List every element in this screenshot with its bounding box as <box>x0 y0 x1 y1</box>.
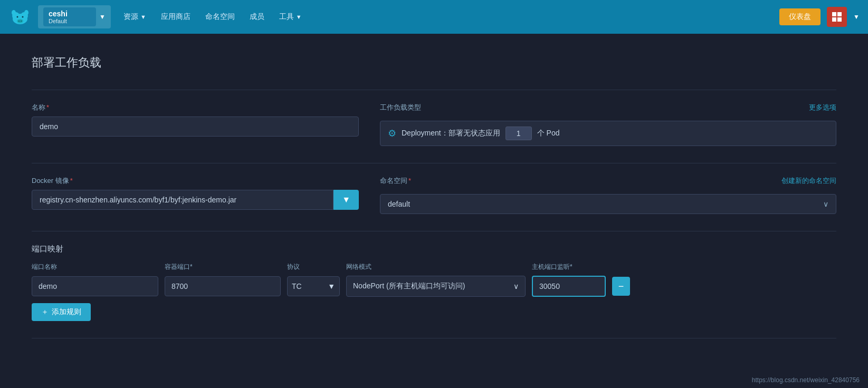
docker-image-input[interactable] <box>32 190 333 210</box>
add-rule-button[interactable]: ＋ 添加规则 <box>32 303 91 321</box>
nav-tools-arrow-icon: ▼ <box>296 14 302 20</box>
name-workload-row: 名称* 工作负载类型 更多选项 ⚙ Deployment：部署无状态应用 个 P… <box>32 103 836 146</box>
divider-2 <box>32 231 836 231</box>
nav-item-members[interactable]: 成员 <box>243 9 271 25</box>
remove-port-button[interactable]: − <box>612 277 630 296</box>
svg-point-9 <box>18 21 20 22</box>
pod-count-input[interactable] <box>505 127 532 140</box>
project-arrow-icon: ▼ <box>99 13 106 21</box>
deployment-icon: ⚙ <box>388 128 396 139</box>
nav-menu: 资源 ▼ 应用商店 命名空间 成员 工具 ▼ <box>117 9 773 25</box>
create-namespace-link[interactable]: 创建新的命名空间 <box>781 176 836 186</box>
deployment-row: ⚙ Deployment：部署无状态应用 个 Pod <box>380 121 836 146</box>
port-header-network: 网络模式 <box>346 263 526 271</box>
remove-icon: − <box>618 281 624 292</box>
project-selector[interactable]: ceshi Default ▼ <box>38 5 111 28</box>
divider-bottom <box>32 338 836 338</box>
namespace-label: 命名空间* <box>380 176 773 186</box>
more-options-link[interactable]: 更多选项 <box>809 103 836 112</box>
svg-point-6 <box>17 19 23 23</box>
host-port-input[interactable] <box>532 276 606 297</box>
namespace-header: 命名空间* 创建新的命名空间 <box>380 176 836 186</box>
nav-item-appstore[interactable]: 应用商店 <box>155 9 197 25</box>
port-header-name: 端口名称 <box>32 263 158 271</box>
project-info: ceshi Default <box>43 7 96 26</box>
nav-right: 仪表盘 ▼ <box>779 7 860 27</box>
nav-resources-label: 资源 <box>123 12 138 22</box>
nav-tools-label: 工具 <box>279 12 294 22</box>
namespace-group: 命名空间* 创建新的命名空间 default ∨ <box>380 176 836 214</box>
name-label: 名称* <box>32 103 359 112</box>
docker-image-label: Docker 镜像* <box>32 176 359 186</box>
deployment-text: Deployment：部署无状态应用 <box>402 129 500 138</box>
namespace-select[interactable]: default ∨ <box>380 194 836 214</box>
svg-rect-14 <box>837 17 842 22</box>
nav-members-label: 成员 <box>250 12 264 22</box>
pod-label: 个 Pod <box>537 129 560 138</box>
divider-1 <box>32 163 836 163</box>
name-group: 名称* <box>32 103 359 137</box>
nav-appstore-label: 应用商店 <box>161 12 190 22</box>
footer-link: https://blog.csdn.net/weixin_42840756 <box>752 376 860 384</box>
namespace-arrow-icon: ∨ <box>823 200 828 208</box>
docker-dropdown-button[interactable]: ▼ <box>333 190 359 210</box>
protocol-value: TC <box>292 282 302 290</box>
nav-resources-arrow-icon: ▼ <box>140 14 146 20</box>
svg-point-5 <box>24 10 28 15</box>
svg-point-10 <box>21 21 22 22</box>
avatar-arrow-icon[interactable]: ▼ <box>853 13 860 21</box>
port-headers: 端口名称 容器端口* 协议 网络模式 主机端口监听* <box>32 263 836 271</box>
svg-point-4 <box>12 10 16 15</box>
page-title: 部署工作负载 <box>32 55 836 71</box>
port-name-input[interactable] <box>32 276 158 296</box>
port-header-protocol: 协议 <box>287 263 340 271</box>
svg-point-8 <box>22 16 24 18</box>
logo <box>8 5 32 28</box>
main-content: 部署工作负载 名称* 工作负载类型 更多选项 ⚙ Deployment：部署无状… <box>0 34 868 372</box>
port-header-container: 容器端口* <box>165 263 281 271</box>
network-arrow-icon: ∨ <box>513 282 519 290</box>
port-header-host: 主机端口监听* <box>532 263 637 271</box>
svg-point-7 <box>17 16 18 18</box>
navbar: ceshi Default ▼ 资源 ▼ 应用商店 命名空间 成员 工具 ▼ 仪… <box>0 0 868 34</box>
port-row: TC ▼ NodePort (所有主机端口均可访问) ∨ − <box>32 276 836 297</box>
dashboard-button[interactable]: 仪表盘 <box>779 8 821 25</box>
protocol-select[interactable]: TC ▼ <box>287 276 340 296</box>
docker-image-group: Docker 镜像* ▼ <box>32 176 359 210</box>
network-value: NodePort (所有主机端口均可访问) <box>353 282 465 291</box>
protocol-arrow-icon: ▼ <box>328 282 335 290</box>
avatar[interactable] <box>827 7 847 27</box>
project-name: ceshi <box>49 9 91 18</box>
namespace-value: default <box>388 200 410 208</box>
workload-type-header: 工作负载类型 更多选项 <box>380 103 836 112</box>
docker-dropdown-icon: ▼ <box>342 195 350 205</box>
workload-type-label: 工作负载类型 <box>380 103 836 112</box>
nav-item-resources[interactable]: 资源 ▼ <box>117 9 152 25</box>
logo-icon <box>8 5 32 28</box>
port-mapping-title: 端口映射 <box>32 244 836 254</box>
docker-input-row: ▼ <box>32 190 359 210</box>
workload-type-group: 工作负载类型 更多选项 ⚙ Deployment：部署无状态应用 个 Pod <box>380 103 836 146</box>
project-default: Default <box>49 18 91 24</box>
svg-rect-11 <box>832 12 836 16</box>
avatar-icon <box>831 11 843 23</box>
network-select[interactable]: NodePort (所有主机端口均可访问) ∨ <box>346 276 526 297</box>
add-icon: ＋ <box>41 307 49 317</box>
nav-item-tools[interactable]: 工具 ▼ <box>273 9 308 25</box>
nav-item-namespace[interactable]: 命名空间 <box>199 9 241 25</box>
port-mapping-section: 端口映射 端口名称 容器端口* 协议 网络模式 主机端口监听* TC ▼ Nod… <box>32 244 836 321</box>
svg-rect-13 <box>832 17 836 22</box>
svg-rect-12 <box>837 12 842 16</box>
add-rule-label: 添加规则 <box>52 307 81 317</box>
docker-namespace-row: Docker 镜像* ▼ 命名空间* 创建新的命名空间 default ∨ <box>32 176 836 214</box>
name-input[interactable] <box>32 117 359 137</box>
divider-top <box>32 90 836 90</box>
container-port-input[interactable] <box>165 276 281 296</box>
nav-namespace-label: 命名空间 <box>205 12 235 22</box>
